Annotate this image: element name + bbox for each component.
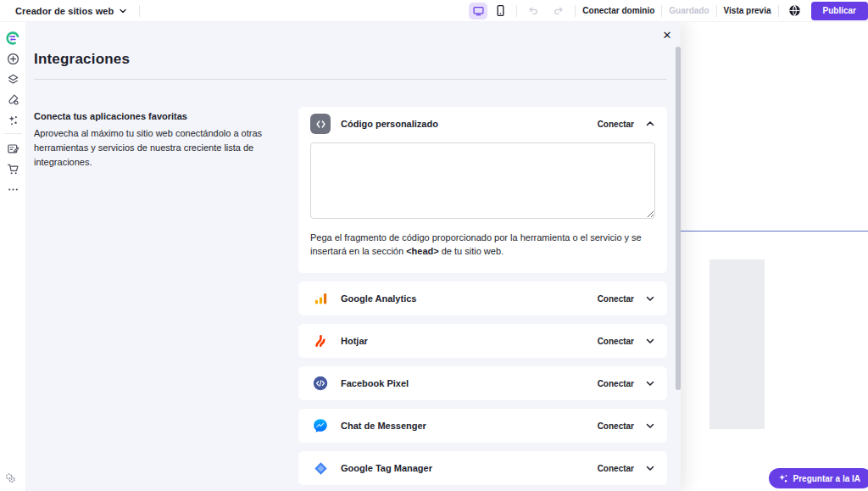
connect-button[interactable]: Conectar bbox=[598, 337, 634, 346]
chevron-down-icon bbox=[119, 7, 127, 15]
sidebar-item-design[interactable] bbox=[3, 89, 23, 109]
head-tag-label: <head> bbox=[406, 246, 439, 256]
hotjar-icon bbox=[310, 331, 331, 351]
close-icon[interactable]: ✕ bbox=[659, 28, 675, 43]
modal-scrollbar[interactable] bbox=[676, 47, 681, 390]
builder-logo-icon bbox=[5, 31, 20, 46]
sidebar-item-more[interactable] bbox=[3, 179, 23, 199]
add-circle-icon bbox=[7, 53, 19, 65]
publish-button[interactable]: Publicar bbox=[811, 2, 868, 20]
redo-icon bbox=[553, 5, 565, 16]
connect-domain-button[interactable]: Conectar dominio bbox=[582, 6, 654, 15]
sparkles-icon bbox=[7, 114, 19, 126]
desktop-view-button[interactable] bbox=[469, 3, 487, 20]
mobile-view-button[interactable] bbox=[491, 3, 509, 20]
layers-icon bbox=[7, 73, 19, 86]
saved-status: Guardado bbox=[669, 6, 709, 15]
chevron-up-icon[interactable] bbox=[645, 119, 655, 129]
globe-icon bbox=[788, 4, 801, 17]
mobile-icon bbox=[495, 4, 506, 17]
more-dots-icon bbox=[7, 183, 19, 196]
design-brush-icon bbox=[7, 93, 19, 106]
divider bbox=[716, 5, 717, 17]
sidebar-item-ai-tools[interactable] bbox=[3, 109, 23, 130]
divider bbox=[139, 5, 140, 17]
integration-card-google-analytics: Google Analytics Conectar bbox=[298, 282, 667, 315]
chevron-down-icon[interactable] bbox=[645, 293, 655, 304]
builder-sidebar bbox=[0, 22, 25, 491]
language-globe-button[interactable] bbox=[786, 3, 804, 20]
sidebar-item-store[interactable] bbox=[3, 159, 23, 179]
connect-button[interactable]: Conectar bbox=[598, 421, 634, 431]
chevron-down-icon[interactable] bbox=[645, 463, 655, 473]
connect-button[interactable]: Conectar bbox=[598, 464, 634, 473]
ask-ai-label: Preguntar a la IA bbox=[793, 474, 860, 483]
integration-card-custom-code: Código personalizado Conectar Pega el fr… bbox=[298, 107, 667, 273]
facebook-pixel-icon bbox=[310, 373, 331, 393]
google-analytics-icon bbox=[310, 288, 331, 309]
custom-code-help: Pega el fragmento de código proporcionad… bbox=[310, 231, 655, 258]
integration-name: Código personalizado bbox=[341, 119, 438, 129]
integration-name: Facebook Pixel bbox=[341, 378, 409, 388]
chevron-down-icon[interactable] bbox=[645, 378, 655, 388]
chevron-down-icon[interactable] bbox=[645, 336, 655, 346]
intro-text-block: Conecta tus aplicaciones favoritas Aprov… bbox=[34, 107, 288, 170]
integrations-modal: ✕ Integraciones Conecta tus aplicaciones… bbox=[25, 22, 681, 491]
builder-logo[interactable] bbox=[3, 28, 23, 48]
custom-code-icon bbox=[310, 114, 331, 134]
divider bbox=[661, 5, 662, 17]
google-tag-manager-header[interactable]: Google Tag Manager Conectar bbox=[298, 451, 667, 485]
integration-card-messenger-chat: Chat de Messenger Conectar bbox=[298, 409, 667, 443]
cart-icon bbox=[7, 163, 19, 176]
connect-button[interactable]: Conectar bbox=[598, 294, 634, 304]
modal-title: Integraciones bbox=[34, 51, 681, 68]
sparkles-icon bbox=[777, 472, 789, 484]
connect-button[interactable]: Conectar bbox=[598, 379, 634, 388]
integration-name: Hotjar bbox=[341, 336, 368, 346]
integration-name: Google Analytics bbox=[341, 293, 416, 304]
messenger-icon bbox=[310, 416, 331, 436]
messenger-chat-header[interactable]: Chat de Messenger Conectar bbox=[298, 409, 667, 443]
integrations-list: Código personalizado Conectar Pega el fr… bbox=[298, 107, 667, 485]
custom-code-textarea[interactable] bbox=[310, 142, 655, 219]
custom-code-panel: Pega el fragmento de código proporcionad… bbox=[298, 141, 667, 273]
divider bbox=[575, 5, 576, 17]
integration-name: Google Tag Manager bbox=[341, 463, 432, 473]
undo-icon bbox=[527, 5, 539, 16]
topbar: Creador de sitios web bbox=[0, 0, 868, 22]
intro-body: Aprovecha al máximo tu sitio web conectá… bbox=[34, 126, 288, 170]
google-analytics-header[interactable]: Google Analytics Conectar bbox=[298, 282, 667, 315]
cookie-icon bbox=[3, 471, 18, 485]
sidebar-divider bbox=[3, 133, 22, 134]
facebook-pixel-header[interactable]: Facebook Pixel Conectar bbox=[298, 366, 667, 400]
integration-card-google-tag-manager: Google Tag Manager Conectar bbox=[298, 451, 667, 485]
intro-heading: Conecta tus aplicaciones favoritas bbox=[34, 111, 288, 121]
divider bbox=[516, 5, 517, 17]
app-title[interactable]: Creador de sitios web bbox=[15, 6, 114, 16]
redo-button[interactable] bbox=[549, 3, 568, 20]
integration-card-hotjar: Hotjar Conectar bbox=[298, 324, 667, 358]
ask-ai-button[interactable]: Preguntar a la IA bbox=[769, 468, 868, 488]
google-tag-manager-icon bbox=[310, 458, 331, 478]
hotjar-header[interactable]: Hotjar Conectar bbox=[298, 324, 667, 358]
custom-code-header[interactable]: Código personalizado Conectar bbox=[298, 107, 667, 141]
form-edit-icon bbox=[7, 142, 19, 155]
sidebar-item-forms[interactable] bbox=[3, 138, 23, 159]
chevron-down-icon[interactable] bbox=[645, 421, 655, 431]
preview-button[interactable]: Vista previa bbox=[724, 6, 771, 15]
image-placeholder bbox=[709, 259, 765, 429]
cookie-settings-button[interactable] bbox=[3, 470, 19, 485]
divider bbox=[778, 5, 779, 17]
sidebar-item-add-element[interactable] bbox=[3, 48, 23, 69]
undo-button[interactable] bbox=[524, 3, 542, 20]
sidebar-item-sections[interactable] bbox=[3, 69, 23, 89]
integration-card-facebook-pixel: Facebook Pixel Conectar bbox=[298, 366, 667, 400]
desktop-icon bbox=[472, 5, 485, 17]
integration-name: Chat de Messenger bbox=[341, 421, 426, 431]
connect-button[interactable]: Conectar bbox=[598, 120, 634, 129]
